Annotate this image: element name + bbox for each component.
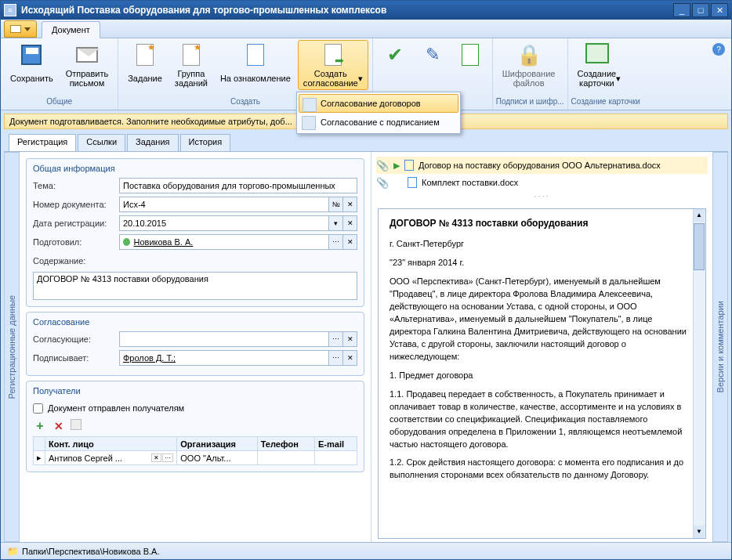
help-button[interactable]: ? [712, 43, 725, 56]
col-phone[interactable]: Телефон [257, 437, 314, 451]
left-sidebar-toggle[interactable]: Регистрационные данные [4, 152, 20, 542]
mail-icon [76, 47, 98, 63]
paperclip-icon: 📎 [376, 177, 389, 189]
input-prepared[interactable] [119, 234, 329, 250]
scroll-up-button[interactable]: ▲ [694, 209, 705, 222]
eye-icon [247, 44, 264, 66]
save-button[interactable]: Сохранить [5, 40, 59, 90]
tab-registration[interactable]: Регистрация [9, 134, 76, 151]
scroll-thumb[interactable] [694, 223, 705, 270]
tab-tasks[interactable]: Задания [127, 134, 178, 151]
save-icon [21, 45, 42, 65]
group-recipients: Получатели Документ отправлен получателя… [26, 381, 364, 472]
pen-icon: ✎ [426, 45, 440, 65]
preview-s11: 1.1. Продавец передает в собственность, … [390, 388, 694, 451]
paperclip-icon: 📎 [376, 160, 389, 172]
group-label-common: Общие [4, 97, 114, 110]
create-approval-button[interactable]: ➡ Создать согласование ▾ [298, 40, 368, 90]
input-approvers[interactable] [119, 331, 329, 347]
col-contact[interactable]: Конт. лицо [45, 437, 177, 451]
minimize-button[interactable]: _ [673, 3, 690, 17]
preview-body: ООО «Перспектива» (Санкт-Петербург), име… [390, 276, 694, 363]
workarea: Регистрационные данные Общая информация … [4, 151, 728, 542]
group-approval: Согласование Согласующие: ⋯ ✕ Подписывае… [26, 312, 364, 376]
label-docnum: Номер документа: [33, 200, 119, 209]
checkbox-sent[interactable] [33, 403, 43, 414]
doc-icon [404, 160, 414, 171]
encrypt-button[interactable]: 🔒 Шифрование файлов [497, 40, 561, 90]
task-icon: ★ [136, 44, 154, 66]
input-subject[interactable] [119, 178, 357, 193]
preview-panel: 📎 ▶ Договор на поставку оборудования ООО… [371, 152, 712, 542]
preview-s1: 1. Предмет договора [390, 370, 694, 382]
col-org[interactable]: Организация [177, 437, 257, 451]
date-picker-button[interactable]: ▾ [329, 215, 343, 231]
window-title: Исходящий Поставка оборудования для торг… [21, 5, 672, 16]
tab-links[interactable]: Ссылки [78, 134, 125, 151]
breadcrumb-path[interactable]: Папки\Перспектива\Новикова В.А. [22, 547, 160, 556]
attachment-row[interactable]: 📎 Комплект поставки.docx [376, 174, 708, 191]
signed-button[interactable]: ✎ [415, 40, 451, 90]
scroll-down-button[interactable]: ▼ [694, 526, 705, 538]
doc-icon [408, 177, 417, 188]
dropdown-item-contracts[interactable]: Согласование договоров [299, 94, 458, 113]
check-icon: ✔ [387, 44, 403, 66]
group-label-encrypt: Подписи и шифр... [496, 97, 564, 110]
chevron-down-icon [24, 27, 31, 31]
cards-icon [589, 46, 609, 63]
preview-scrollbar[interactable]: ▲ ▼ [693, 209, 705, 538]
input-date[interactable] [119, 215, 329, 231]
checkbox-sent-label: Документ отправлен получателям [48, 403, 184, 413]
ribbon-tabs: Документ [1, 20, 731, 38]
input-docnum[interactable] [119, 197, 329, 212]
lock-icon: 🔒 [516, 43, 542, 67]
remove-recipient-button[interactable]: ✕ [52, 419, 66, 433]
add-recipient-button[interactable]: + [33, 419, 47, 433]
group-general-title: Общая информация [33, 164, 357, 173]
signer-clear-button[interactable]: ✕ [343, 350, 357, 366]
group-recipients-title: Получатели [33, 386, 357, 396]
group-label-cardcreate: Создание карточки [571, 97, 640, 110]
prepared-clear-button[interactable]: ✕ [343, 234, 357, 250]
copy-recipient-button[interactable] [71, 419, 82, 430]
register-button[interactable] [452, 40, 488, 90]
label-content: Содержание: [33, 256, 119, 266]
create-card-button[interactable]: Создание карточки ▾ [572, 40, 627, 90]
col-email[interactable]: E-mail [315, 437, 357, 451]
form-panel: Общая информация Тема: Номер документа: … [20, 152, 371, 542]
approved-button[interactable]: ✔ [377, 40, 413, 90]
document-preview[interactable]: ДОГОВОР № 4313 поставки оборудования г. … [378, 208, 706, 539]
dropdown-item-signing[interactable]: Согласование с подписанием [299, 113, 458, 132]
approval-dropdown: Согласование договоров Согласование с по… [296, 92, 461, 134]
task-button[interactable]: ★ Задание [122, 40, 168, 90]
preview-heading: ДОГОВОР № 4313 поставки оборудования [390, 217, 694, 230]
app-window: ≡ Исходящий Поставка оборудования для то… [0, 0, 732, 560]
prepared-lookup-button[interactable]: ⋯ [329, 234, 343, 250]
app-menu-button[interactable] [4, 20, 37, 38]
task-group-button[interactable]: ★ Группа заданий [169, 40, 213, 90]
close-button[interactable]: ✕ [711, 3, 728, 17]
attachment-row[interactable]: 📎 ▶ Договор на поставку оборудования ООО… [376, 157, 708, 174]
tab-history[interactable]: История [180, 134, 231, 151]
send-mail-button[interactable]: Отправить письмом [60, 40, 114, 90]
approvers-clear-button[interactable]: ✕ [343, 331, 357, 347]
splitter-handle[interactable]: ···· [376, 191, 708, 201]
maximize-button[interactable]: □ [692, 3, 709, 17]
approvers-lookup-button[interactable]: ⋯ [329, 331, 343, 347]
date-clear-button[interactable]: ✕ [343, 215, 357, 231]
acquaint-button[interactable]: На ознакомление [215, 40, 296, 90]
table-row[interactable]: ▸ Антипов Сергей ... ⋯✕ ООО "Альт... [34, 451, 357, 465]
input-content[interactable]: ДОГОВОР № 4313 поставки оборудования [33, 272, 357, 300]
folder-icon: 📁 [7, 546, 19, 557]
docnum-lookup-button[interactable]: № [329, 197, 343, 212]
input-signer[interactable] [119, 350, 329, 366]
preview-s12: 1.2. Срок действия настоящего договора: … [390, 457, 694, 482]
attachment-name: Договор на поставку оборудования ООО Аль… [419, 161, 661, 170]
signer-lookup-button[interactable]: ⋯ [329, 350, 343, 366]
label-subject: Тема: [33, 181, 119, 190]
right-sidebar-toggle[interactable]: Версии и комментарии [712, 152, 728, 542]
group-general: Общая информация Тема: Номер документа: … [26, 158, 364, 307]
tab-document[interactable]: Документ [42, 21, 100, 38]
app-icon: ≡ [4, 4, 16, 16]
docnum-clear-button[interactable]: ✕ [343, 197, 357, 212]
